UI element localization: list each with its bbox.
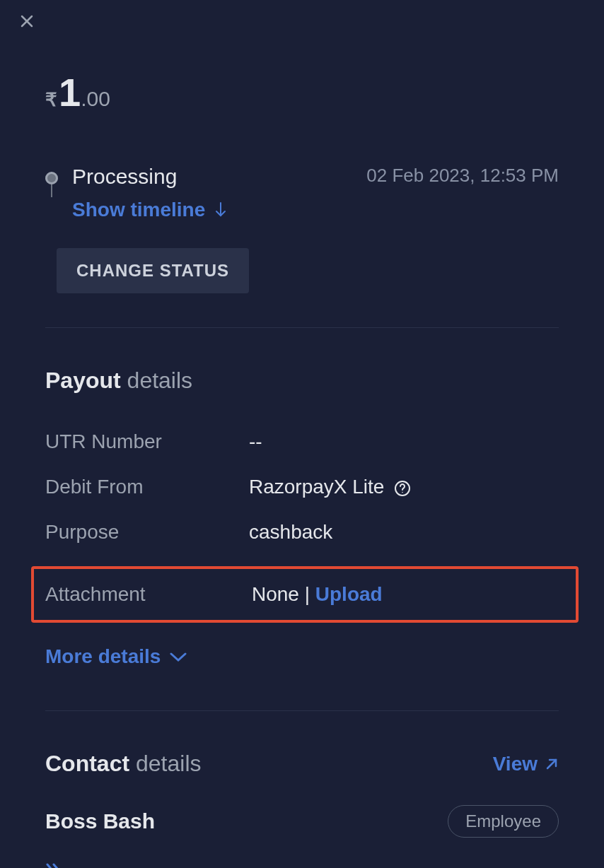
close-button[interactable]	[18, 13, 35, 33]
role-badge: Employee	[448, 805, 559, 838]
purpose-label: Purpose	[45, 521, 249, 544]
timeline-link-text: Show timeline	[72, 199, 205, 221]
attachment-row: Attachment None | Upload	[31, 566, 579, 623]
contact-name-row: Boss Bash Employee	[45, 805, 559, 838]
divider	[45, 710, 559, 711]
arrow-down-icon	[214, 201, 228, 218]
external-link-icon	[545, 757, 559, 771]
contact-title-bold: Contact	[45, 751, 129, 776]
view-link-text: View	[493, 753, 538, 775]
more-details-link[interactable]: More details	[45, 645, 559, 668]
contact-name: Boss Bash	[45, 809, 155, 833]
payout-section-header: Payout details	[45, 368, 559, 394]
upi-icon	[45, 863, 65, 868]
utr-value: --	[249, 430, 262, 453]
purpose-value: cashback	[249, 521, 332, 544]
more-details-text: More details	[45, 645, 161, 668]
contact-section-header: Contact details	[45, 751, 202, 777]
currency-symbol: ₹	[45, 89, 57, 111]
utr-label: UTR Number	[45, 430, 249, 453]
show-timeline-link[interactable]: Show timeline	[72, 199, 228, 221]
amount-display: ₹ 1 .00	[45, 69, 559, 115]
view-contact-link[interactable]: View	[493, 753, 559, 775]
amount-whole: 1	[59, 69, 81, 115]
status-label: Processing	[72, 165, 228, 189]
status-indicator-icon	[45, 172, 58, 184]
upload-link[interactable]: Upload	[315, 583, 383, 605]
contact-header-row: Contact details View	[45, 751, 559, 777]
payment-id: lotr@books	[115, 865, 221, 869]
purpose-row: Purpose cashback	[45, 521, 559, 544]
payout-title-bold: Payout	[45, 368, 121, 393]
status-row: Processing Show timeline 02 Feb 2023, 12…	[45, 165, 559, 242]
status-timestamp: 02 Feb 2023, 12:53 PM	[366, 165, 559, 187]
debit-label: Debit From	[45, 476, 249, 498]
attachment-value: None | Upload	[252, 583, 383, 606]
payout-title-light: details	[121, 368, 192, 393]
payment-method-row: UPI, lotr@books	[45, 863, 559, 868]
divider	[45, 327, 559, 328]
svg-line-5	[547, 760, 556, 768]
debit-value: RazorpayX Lite	[249, 476, 411, 498]
chevron-down-icon	[169, 651, 187, 662]
payment-method-name: UPI,	[76, 865, 115, 869]
svg-point-4	[402, 491, 403, 493]
change-status-button[interactable]: CHANGE STATUS	[57, 248, 249, 293]
close-icon	[18, 13, 35, 30]
attachment-label: Attachment	[45, 583, 252, 606]
debit-row: Debit From RazorpayX Lite	[45, 476, 559, 498]
contact-title-light: details	[129, 751, 201, 776]
amount-decimal: .00	[81, 87, 110, 111]
help-icon[interactable]	[394, 480, 411, 497]
utr-row: UTR Number --	[45, 430, 559, 453]
